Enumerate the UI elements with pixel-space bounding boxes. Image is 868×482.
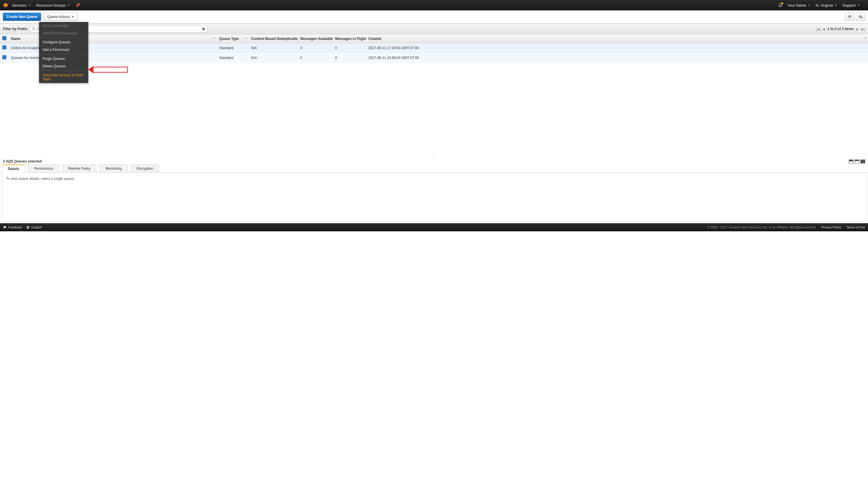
footer-privacy[interactable]: Privacy Policy: [822, 226, 841, 229]
selection-count: 2 SQS Queues selected: [3, 159, 42, 163]
pager: |◀ ◀ 1 to 2 of 2 items ▶ ▶|: [816, 27, 865, 31]
tab-redrive[interactable]: Redrive Policy: [62, 164, 97, 172]
layout-split-icon[interactable]: [849, 160, 854, 163]
pager-text: 1 to 2 of 2 items: [828, 27, 854, 31]
tab-permissions[interactable]: Permissions: [28, 164, 59, 172]
footer-language[interactable]: English: [26, 226, 42, 229]
globe-icon: [26, 226, 30, 229]
layout-bottom-icon[interactable]: [855, 160, 859, 163]
col-queue-type[interactable]: Queue Type▾: [217, 34, 249, 43]
page-prev-icon[interactable]: ◀: [822, 27, 825, 31]
menu-add-permission[interactable]: Add a Permission: [39, 46, 88, 54]
nav-services[interactable]: Services ▼: [12, 3, 31, 7]
col-inflight[interactable]: Messages in Flight▾: [333, 34, 366, 43]
table-row[interactable]: Queues-for-Inventory Standard N/A 0 0 20…: [0, 53, 868, 63]
checkbox-icon[interactable]: [2, 45, 6, 50]
caret-down-icon: ▼: [71, 15, 74, 18]
table-row[interactable]: Orders-for-Analytics Standard N/A 0 0 20…: [0, 43, 868, 53]
nav-user[interactable]: Your Name ▼: [787, 3, 810, 7]
col-dedup[interactable]: Content-Based Deduplication▾: [249, 34, 298, 43]
nav-user-label: Your Name: [787, 3, 806, 7]
cell-avail: 0: [298, 53, 333, 63]
caret-down-icon: ▼: [857, 4, 860, 7]
caret-down-icon: ▼: [808, 4, 810, 7]
filter-label: Filter by Prefix:: [3, 27, 28, 31]
nav-resource-groups[interactable]: Resource Groups ▼: [36, 3, 70, 7]
caret-down-icon: ▼: [28, 4, 31, 7]
col-checkbox[interactable]: [0, 34, 9, 43]
aws-logo-icon[interactable]: [3, 3, 8, 8]
create-queue-label: Create New Queue: [7, 15, 37, 19]
sort-icon: ▾: [363, 37, 364, 40]
col-available[interactable]: Messages Available▾: [298, 34, 333, 43]
menu-send-message: Send a Message: [39, 22, 88, 30]
speech-bubble-icon: [3, 226, 7, 229]
search-icon: [32, 27, 36, 31]
cell-inflight: 0: [333, 53, 366, 63]
footer: Feedback English © 2008 - 2017, Amazon W…: [0, 223, 868, 231]
toolbar: Create New Queue Queue Actions ▼: [0, 10, 868, 24]
notifications-icon[interactable]: [778, 3, 783, 8]
checkbox-icon[interactable]: [2, 36, 6, 40]
filter-bar: Filter by Prefix: ✕ |◀ ◀ 1 to 2 of 2 ite…: [0, 24, 868, 34]
details-body-text: To view queue details, select a single q…: [6, 176, 75, 181]
details-tabs: Details Permissions Redrive Policy Monit…: [0, 164, 868, 172]
menu-subscribe-sns[interactable]: Subscribe Queues to SNS Topic: [39, 71, 88, 83]
tab-details[interactable]: Details: [2, 164, 25, 172]
page-first-icon[interactable]: |◀: [816, 27, 820, 31]
page-next-icon[interactable]: ▶: [856, 27, 859, 31]
tab-encryption[interactable]: Encryption: [130, 164, 159, 172]
footer-copyright: © 2008 - 2017, Amazon Web Services, Inc.…: [707, 226, 816, 229]
nav-region[interactable]: N. Virginia ▼: [816, 3, 837, 7]
refresh-button[interactable]: [845, 13, 854, 21]
cell-created: 2017-08-11 16:56:03 GMT-07:00: [366, 53, 868, 63]
menu-delete-queues[interactable]: Delete Queues: [39, 62, 88, 70]
footer-terms[interactable]: Terms of Use: [846, 226, 865, 229]
create-queue-button[interactable]: Create New Queue: [3, 13, 41, 21]
cell-dedup: N/A: [249, 53, 298, 63]
caret-down-icon: ▼: [835, 4, 837, 7]
details-header: 2 SQS Queues selected: [0, 158, 868, 164]
clear-search-icon[interactable]: ✕: [202, 26, 206, 32]
footer-feedback[interactable]: Feedback: [3, 226, 22, 229]
nav-services-label: Services: [12, 3, 27, 7]
sort-icon: ▾: [246, 37, 247, 40]
caret-down-icon: ▼: [67, 4, 70, 7]
checkbox-icon[interactable]: [2, 55, 6, 59]
menu-separator: [39, 70, 88, 71]
tab-monitoring[interactable]: Monitoring: [99, 164, 128, 172]
cell-type: Standard: [217, 43, 249, 53]
split-handle[interactable]: • • •: [0, 155, 868, 158]
menu-configure-queues[interactable]: Configure Queues: [39, 38, 88, 46]
nav-support[interactable]: Support ▼: [842, 3, 860, 7]
cell-created: 2017-08-11 17:30:54 GMT-07:00: [366, 43, 868, 53]
settings-button[interactable]: [856, 13, 865, 21]
sort-icon: ▾: [865, 37, 866, 40]
svg-point-5: [32, 28, 35, 30]
queues-table: Name▾ Queue Type▾ Content-Based Deduplic…: [0, 34, 868, 63]
nav-support-label: Support: [842, 3, 856, 7]
svg-line-6: [34, 30, 35, 30]
sort-icon: ▾: [295, 37, 296, 40]
queue-actions-button[interactable]: Queue Actions ▼: [43, 13, 78, 21]
sort-icon: ▾: [214, 37, 215, 40]
sort-icon: ▾: [330, 37, 331, 40]
nav-resource-groups-label: Resource Groups: [36, 3, 66, 7]
nav-region-label: N. Virginia: [816, 3, 833, 7]
cell-inflight: 0: [333, 43, 366, 53]
details-body: To view queue details, select a single q…: [2, 172, 866, 222]
queue-actions-menu: Send a Message View/Delete Messages Conf…: [39, 22, 88, 83]
menu-view-delete-messages: View/Delete Messages: [39, 30, 88, 37]
queue-actions-label: Queue Actions: [47, 15, 70, 19]
page-last-icon[interactable]: ▶|: [861, 27, 865, 31]
cell-dedup: N/A: [249, 43, 298, 53]
cell-type: Standard: [217, 53, 249, 63]
menu-purge-queues[interactable]: Purge Queues: [39, 55, 88, 62]
pin-icon[interactable]: 📌: [75, 3, 80, 7]
col-created[interactable]: Created▾: [366, 34, 868, 43]
layout-full-icon[interactable]: [861, 160, 865, 163]
cell-avail: 0: [298, 43, 333, 53]
top-nav: Services ▼ Resource Groups ▼ 📌 Your Name…: [0, 0, 868, 10]
notification-dot-icon: [781, 2, 783, 4]
layout-icons: [849, 160, 865, 163]
